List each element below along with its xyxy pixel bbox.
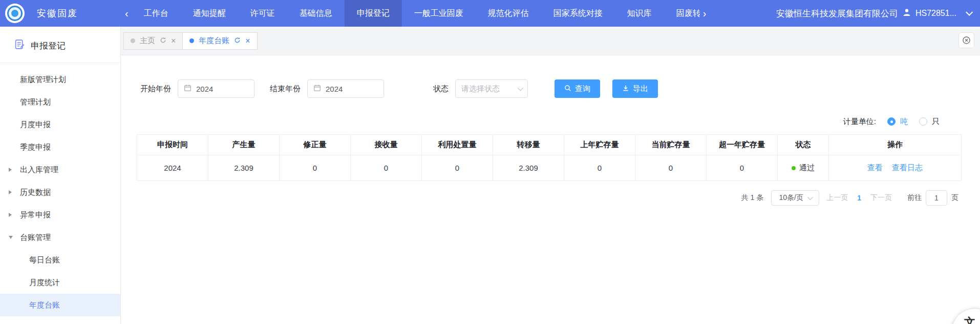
nav-item-workbench[interactable]: 工作台 (132, 0, 181, 27)
tab-annual-ledger[interactable]: 年度台账 × (182, 32, 257, 50)
cell-actions: 查看 查看日志 (829, 155, 962, 181)
user-id[interactable]: HS72851... (915, 9, 956, 18)
start-year-input[interactable]: 2024 (178, 79, 254, 98)
total-count: 共 1 条 (741, 193, 764, 202)
export-button-label: 导出 (633, 84, 648, 94)
start-year-value: 2024 (196, 85, 213, 93)
sidebar-item-annual-ledger[interactable]: 年度台账 (0, 294, 120, 316)
col-corrected: 修正量 (280, 135, 351, 155)
cell-over-one-year-storage: 0 (707, 155, 778, 181)
col-actions: 操作 (829, 135, 962, 155)
navbar-right: 安徽恒生科技发展集团有限公司 HS72851... (776, 8, 980, 19)
nav-item-basic-info[interactable]: 基础信息 (287, 0, 345, 27)
page-size-select[interactable]: 10条/页 (771, 190, 819, 206)
company-name: 安徽恒生科技发展集团有限公司 (776, 8, 898, 19)
refresh-icon[interactable] (234, 36, 241, 45)
prev-page-button[interactable]: 上一页 (826, 193, 848, 202)
close-all-tabs-button[interactable] (958, 32, 974, 48)
radio-ton[interactable] (887, 117, 896, 126)
sidebar-item-quarterly-declaration[interactable]: 季度申报 (0, 136, 120, 158)
nav-scroll-right-icon[interactable]: › (700, 8, 710, 18)
goto-label: 前往 (907, 193, 922, 202)
col-over-one-year-storage: 超一年贮存量 (707, 135, 778, 155)
radio-ton-label[interactable]: 吨 (900, 117, 908, 127)
sidebar-item-management-plan[interactable]: 管理计划 (0, 91, 120, 113)
radio-piece[interactable] (919, 117, 927, 126)
nav-item-national-system[interactable]: 国家系统对接 (541, 0, 615, 27)
page-number-1[interactable]: 1 (857, 194, 861, 202)
sidebar-item-abnormal-declaration[interactable]: 异常申报 (0, 204, 120, 226)
table-row: 2024 2.309 0 0 0 2.309 0 0 0 通过 查看 查看日志 (137, 155, 962, 181)
nav-item-general-industrial-waste[interactable]: 一般工业固废 (402, 0, 476, 27)
tab-home[interactable]: 主页 × (123, 32, 183, 50)
sidebar-menu: 新版管理计划 管理计划 月度申报 季度申报 出入库管理 历史数据 异常申报 台账… (0, 63, 120, 316)
status-dot-icon (792, 166, 796, 170)
sidebar-item-monthly-declaration[interactable]: 月度申报 (0, 113, 120, 136)
collapse-arrow-icon (9, 168, 12, 172)
end-year-value: 2024 (326, 85, 343, 93)
close-icon[interactable]: × (171, 37, 176, 45)
view-log-link[interactable]: 查看日志 (892, 163, 923, 172)
tab-label: 年度台账 (199, 36, 229, 46)
sidebar-item-label: 台账管理 (20, 233, 51, 242)
calendar-icon (184, 84, 191, 93)
main-area: 主页 × 年度台账 × 开始年份 2024 结束年份 (121, 27, 980, 324)
user-icon (902, 8, 911, 19)
nav-scroll-left-icon[interactable]: ‹ (122, 8, 132, 18)
sidebar-item-new-management-plan[interactable]: 新版管理计划 (0, 68, 120, 91)
cell-received: 0 (351, 155, 422, 181)
pagination: 共 1 条 10条/页 上一页 1 下一页 前往 1 页 (121, 190, 958, 206)
col-received: 接收量 (351, 135, 422, 155)
col-generated: 产生量 (208, 135, 280, 155)
sidebar: 申报登记 新版管理计划 管理计划 月度申报 季度申报 出入库管理 历史数据 异常… (0, 27, 121, 324)
col-declare-time: 申报时间 (137, 135, 208, 155)
circle-close-icon (962, 36, 971, 45)
unit-selector: 计量单位: 吨 只 (121, 115, 940, 128)
close-icon[interactable]: × (245, 37, 250, 45)
nav-item-declaration[interactable]: 申报登记 (345, 0, 402, 27)
app-logo (5, 4, 25, 23)
unit-label: 计量单位: (843, 117, 876, 127)
start-year-label: 开始年份 (140, 84, 171, 94)
nav-item-standard-evaluation[interactable]: 规范化评估 (476, 0, 541, 27)
chevron-down-icon[interactable] (966, 9, 973, 16)
filter-bar: 开始年份 2024 结束年份 2024 状态 请选择状态 查询 (140, 79, 980, 98)
top-navbar: 安徽固废 ‹ 工作台 通知提醒 许可证 基础信息 申报登记 一般工业固废 规范化… (0, 0, 980, 27)
cell-status: 通过 (778, 155, 829, 181)
nav-item-knowledge-base[interactable]: 知识库 (615, 0, 664, 27)
nav-item-notifications[interactable]: 通知提醒 (181, 0, 238, 27)
col-utilized-disposed: 利用处置量 (422, 135, 493, 155)
refresh-icon[interactable] (160, 36, 166, 45)
status-placeholder: 请选择状态 (461, 84, 500, 94)
radio-piece-label[interactable]: 只 (932, 117, 940, 127)
end-year-input[interactable]: 2024 (307, 79, 384, 98)
cell-corrected: 0 (280, 155, 351, 181)
search-button[interactable]: 查询 (555, 79, 600, 98)
status-label: 状态 (433, 84, 449, 94)
export-button[interactable]: 导出 (612, 79, 658, 98)
status-badge: 通过 (799, 163, 815, 173)
sidebar-item-inout-management[interactable]: 出入库管理 (0, 158, 120, 181)
tab-dot-icon (189, 38, 194, 43)
cell-generated: 2.309 (208, 155, 280, 181)
nav-item-waste-transfer[interactable]: 固废转 (664, 0, 700, 27)
cell-declare-time: 2024 (137, 155, 208, 181)
sidebar-item-daily-ledger[interactable]: 每日台账 (0, 249, 120, 271)
goto-unit-label: 页 (951, 193, 958, 202)
sidebar-item-history-data[interactable]: 历史数据 (0, 181, 120, 204)
next-page-button[interactable]: 下一页 (870, 193, 892, 202)
status-select[interactable]: 请选择状态 (455, 79, 528, 98)
sidebar-item-monthly-stats[interactable]: 月度统计 (0, 271, 120, 294)
cell-prev-year-storage: 0 (564, 155, 635, 181)
search-icon (564, 85, 571, 93)
sidebar-header: 申报登记 (0, 27, 120, 63)
sidebar-item-ledger-management[interactable]: 台账管理 (0, 226, 120, 249)
view-link[interactable]: 查看 (867, 163, 883, 172)
collapse-arrow-icon (9, 190, 12, 194)
col-prev-year-storage: 上年贮存量 (564, 135, 635, 155)
goto-page-input[interactable]: 1 (926, 190, 947, 206)
col-transferred: 转移量 (493, 135, 564, 155)
chevron-down-icon (807, 194, 813, 200)
nav-item-license[interactable]: 许可证 (238, 0, 287, 27)
collapse-arrow-icon (9, 213, 12, 217)
